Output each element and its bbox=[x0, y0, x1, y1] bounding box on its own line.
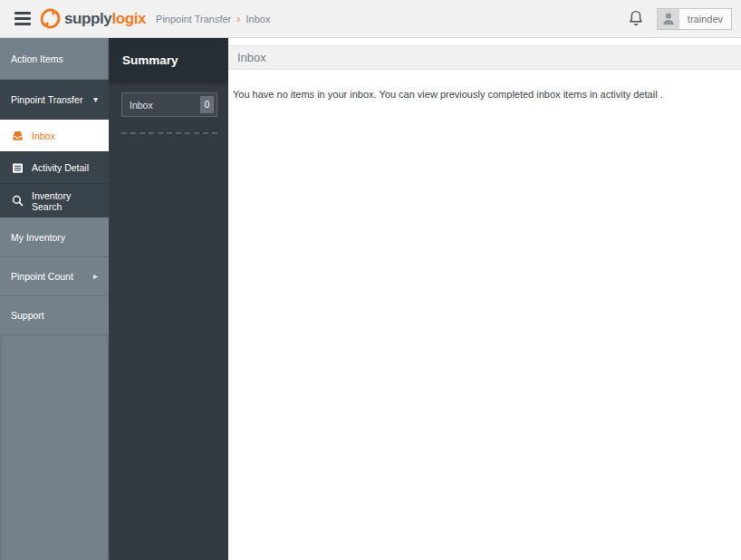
sidebar-item-label: Activity Detail bbox=[32, 162, 89, 173]
sidebar-item-action-items[interactable]: Action Items bbox=[0, 38, 109, 80]
sidebar-item-label: Action Items bbox=[11, 53, 63, 64]
sidebar-item-inbox[interactable]: Inbox bbox=[0, 120, 109, 151]
sidebar-item-activity-detail[interactable]: Activity Detail bbox=[0, 151, 109, 183]
summary-panel-title: Summary bbox=[109, 38, 228, 82]
page-title: Inbox bbox=[237, 51, 266, 64]
sidebar-item-label: Support bbox=[11, 310, 44, 321]
username-label: traindev bbox=[679, 9, 731, 29]
supplylogix-logo[interactable]: supplylogix bbox=[39, 7, 146, 30]
empty-state-message: You have no items in your inbox. You can… bbox=[233, 89, 730, 100]
main-nav-sidebar: Action Items Pinpoint Transfer ▾ Inbox bbox=[0, 38, 109, 560]
sidebar-item-label: My Inventory bbox=[11, 232, 65, 243]
sidebar-item-support[interactable]: Support bbox=[0, 296, 109, 335]
breadcrumb: Pinpoint Transfer › Inbox bbox=[156, 14, 270, 24]
avatar bbox=[658, 9, 679, 29]
hamburger-menu-icon[interactable] bbox=[14, 12, 31, 25]
count-badge: 0 bbox=[200, 96, 214, 113]
sidebar-item-my-inventory[interactable]: My Inventory bbox=[0, 217, 109, 257]
sidebar-item-pinpoint-transfer[interactable]: Pinpoint Transfer ▾ bbox=[0, 80, 109, 120]
sidebar-item-label: Inbox bbox=[32, 130, 55, 141]
brand-supply: supply bbox=[64, 10, 111, 27]
summary-row-inbox[interactable]: Inbox 0 bbox=[121, 92, 217, 117]
chevron-down-icon: ▾ bbox=[93, 95, 98, 104]
summary-row-label: Inbox bbox=[130, 100, 200, 111]
supplylogix-mark-icon bbox=[39, 7, 62, 30]
chevron-right-icon: ▸ bbox=[93, 272, 98, 281]
sidebar-item-label: Pinpoint Transfer bbox=[11, 94, 82, 105]
sidebar-item-label: Pinpoint Count bbox=[11, 271, 73, 282]
user-menu[interactable]: traindev bbox=[657, 8, 732, 30]
top-header: supplylogix Pinpoint Transfer › Inbox tr… bbox=[0, 0, 741, 38]
chevron-right-icon: › bbox=[236, 14, 240, 24]
brand-logix: logix bbox=[111, 10, 146, 27]
inbox-tray-icon bbox=[11, 129, 24, 142]
magnifier-icon bbox=[11, 194, 24, 208]
dashed-divider bbox=[121, 132, 217, 134]
notifications-bell-icon[interactable] bbox=[627, 9, 645, 29]
breadcrumb-section[interactable]: Pinpoint Transfer bbox=[156, 14, 231, 24]
activity-detail-list-icon bbox=[11, 161, 24, 175]
breadcrumb-current: Inbox bbox=[246, 14, 271, 24]
brand-wordmark: supplylogix bbox=[64, 10, 146, 28]
page-title-bar: Inbox bbox=[228, 45, 741, 70]
summary-panel: Summary Inbox 0 bbox=[109, 38, 228, 560]
sidebar-item-pinpoint-count[interactable]: Pinpoint Count ▸ bbox=[0, 257, 109, 296]
app-window: supplylogix Pinpoint Transfer › Inbox tr… bbox=[0, 0, 741, 560]
sidebar-item-inventory-search[interactable]: Inventory Search bbox=[0, 183, 109, 217]
main-content: Inbox You have no items in your inbox. Y… bbox=[228, 38, 741, 560]
user-avatar-icon bbox=[660, 11, 677, 27]
sidebar-item-label: Inventory Search bbox=[32, 190, 98, 212]
header-right: traindev bbox=[627, 8, 732, 30]
